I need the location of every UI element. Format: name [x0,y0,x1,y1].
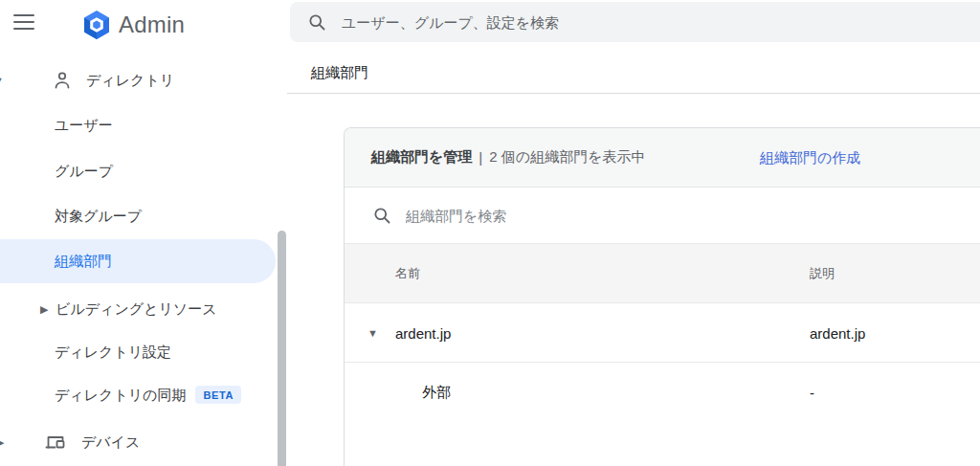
sidebar-item-org-units[interactable]: 組織部門 [0,239,276,283]
sidebar-item-label: 対象グループ [55,208,142,226]
org-unit-search-bar[interactable] [345,188,980,243]
sidebar-item-label: ビルディングとリソース [56,300,217,319]
sidebar-item-label: ディレクトリ設定 [55,344,171,362]
sidebar-item-label: ディレクトリ [86,72,174,90]
chevron-right-icon[interactable]: ▶ [0,436,4,449]
org-unit-name: 外部 [422,384,451,402]
beta-badge: BETA [195,386,241,404]
divider [287,93,980,94]
google-admin-console: Admin ▼ ディレクトリ ユーザー グループ 対象グループ 組織部門 [0,0,980,466]
sidebar-item-directory[interactable]: ▼ ディレクトリ [0,58,276,102]
table-row[interactable]: 外部 - [345,363,980,422]
app-bar: Admin [0,0,287,54]
sidebar-item-label: ユーザー [55,117,113,135]
sidebar-item-text: ディレクトリの同期 [55,387,186,403]
table-row[interactable]: ▼ ardent.jp ardent.jp [345,303,980,363]
person-icon [51,69,74,92]
org-unit-name: ardent.jp [395,324,451,341]
chevron-down-icon[interactable]: ▼ [0,75,4,86]
sidebar-item-label: デバイス [81,433,140,452]
table-header-row: 名前 説明 [345,243,980,303]
column-header-name: 名前 [395,265,420,282]
card-title: 組織部門を管理 [371,148,472,166]
chevron-right-icon[interactable]: ▶ [40,303,48,316]
expand-arrow-icon[interactable]: ▼ [368,327,378,339]
app-title: Admin [119,11,185,38]
sidebar-item-directory-settings[interactable]: ディレクトリ設定 [0,330,276,374]
org-unit-description: ardent.jp [810,324,865,341]
menu-icon[interactable] [13,14,34,30]
search-icon [372,206,391,225]
sidebar-item-users[interactable]: ユーザー [0,103,276,147]
org-unit-search-input[interactable] [406,208,980,224]
column-header-description: 説明 [810,265,835,282]
sidebar-item-target-groups[interactable]: 対象グループ [0,194,276,238]
sidebar-scrollbar[interactable] [278,231,286,466]
global-search-bar[interactable] [290,2,980,42]
card-header: 組織部門を管理 | 2 個の組織部門を表示中 組織部門の作成 [345,128,980,188]
page-title: 組織部門 [311,64,368,82]
sidebar-item-buildings-resources[interactable]: ▶ ビルディングとリソース [0,287,276,331]
card-separator: | [479,149,482,166]
card-subtitle: 2 個の組織部門を表示中 [489,148,645,166]
sidebar-item-directory-sync[interactable]: ディレクトリの同期BETA [0,373,276,417]
sidebar-item-label: グループ [55,163,113,181]
search-icon [307,12,326,32]
sidebar-item-label: ディレクトリの同期BETA [55,386,241,405]
org-units-card: 組織部門を管理 | 2 個の組織部門を表示中 組織部門の作成 名前 説明 ▼ a… [344,127,980,466]
global-search-input[interactable] [342,14,980,31]
devices-icon [44,431,67,454]
sidebar: ▼ ディレクトリ ユーザー グループ 対象グループ 組織部門 ▶ ビルディングと… [0,54,287,466]
sidebar-item-label: 組織部門 [55,253,112,271]
sidebar-item-devices[interactable]: ▶ デバイス [0,420,276,464]
admin-logo-icon [81,10,112,40]
org-unit-description: - [810,385,814,401]
sidebar-item-groups[interactable]: グループ [0,149,276,193]
create-org-unit-link[interactable]: 組織部門の作成 [760,148,860,166]
